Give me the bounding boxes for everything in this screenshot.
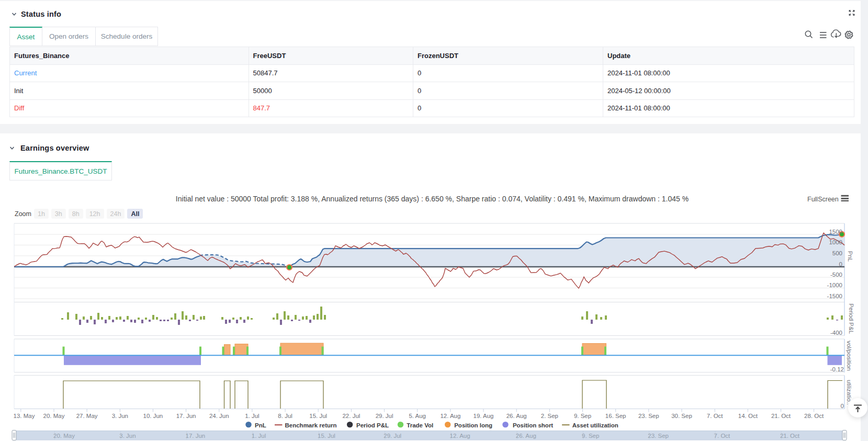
svg-text:-1500: -1500 [827, 293, 842, 299]
svg-text:PnL: PnL [255, 422, 266, 428]
svg-text:2. Sep: 2. Sep [541, 413, 558, 419]
svg-text:Period P&L: Period P&L [848, 303, 854, 334]
svg-text:20. May: 20. May [53, 433, 75, 439]
svg-text:3. Jun: 3. Jun [119, 433, 136, 439]
svg-text:29. Jul: 29. Jul [376, 413, 393, 419]
svg-text:PnL: PnL [847, 251, 853, 262]
svg-text:Trade Vol: Trade Vol [407, 422, 433, 428]
svg-text:14. Oct: 14. Oct [738, 413, 758, 419]
svg-text:0: 0 [839, 261, 842, 267]
svg-text:-1000: -1000 [827, 282, 842, 288]
svg-text:7. Oct: 7. Oct [707, 413, 723, 419]
svg-text:7. Oct: 7. Oct [714, 433, 730, 439]
svg-text:28. Oct: 28. Oct [804, 413, 824, 419]
svg-text:-0.12: -0.12 [830, 366, 844, 372]
svg-text:30. Sep: 30. Sep [671, 413, 692, 419]
svg-text:-400: -400 [830, 330, 842, 336]
svg-text:Benchmark return: Benchmark return [285, 422, 337, 428]
svg-text:26. Aug: 26. Aug [506, 413, 527, 419]
svg-text:1500: 1500 [829, 229, 842, 235]
svg-text:1000: 1000 [829, 239, 842, 245]
svg-text:12. Aug: 12. Aug [450, 433, 470, 439]
svg-text:23. Sep: 23. Sep [648, 433, 669, 439]
svg-text:1. Jul: 1. Jul [252, 433, 266, 439]
svg-text:21. Oct: 21. Oct [780, 433, 800, 439]
svg-text:16. Sep: 16. Sep [605, 413, 626, 419]
svg-text:15. Jul: 15. Jul [309, 413, 327, 419]
svg-text:Asset utilization: Asset utilization [572, 422, 618, 428]
svg-text:Period P&L: Period P&L [356, 422, 389, 428]
svg-text:10. Jun: 10. Jun [143, 413, 163, 419]
svg-text:-500: -500 [830, 272, 842, 278]
svg-text:9. Sep: 9. Sep [574, 413, 591, 419]
svg-text:vol/position: vol/position [846, 341, 852, 371]
svg-text:0: 0 [841, 403, 844, 409]
svg-text:17. Jun: 17. Jun [176, 413, 196, 419]
svg-text:19. Aug: 19. Aug [473, 413, 493, 419]
svg-text:1. Jul: 1. Jul [245, 413, 260, 419]
svg-text:12. Aug: 12. Aug [440, 413, 460, 419]
svg-text:22. Jul: 22. Jul [342, 413, 360, 419]
svg-text:13. May: 13. May [14, 413, 35, 419]
svg-text:5. Aug: 5. Aug [409, 413, 426, 419]
svg-text:17. Jun: 17. Jun [186, 433, 206, 439]
svg-text:3. Jun: 3. Jun [112, 413, 128, 419]
svg-text:9. Sep: 9. Sep [582, 433, 599, 439]
svg-text:24. Jun: 24. Jun [209, 413, 229, 419]
svg-text:Position short: Position short [513, 422, 553, 428]
svg-text:Position long: Position long [454, 422, 492, 428]
svg-text:29. Jul: 29. Jul [384, 433, 401, 439]
svg-text:20. May: 20. May [43, 413, 65, 419]
svg-text:500: 500 [832, 250, 842, 256]
svg-text:26. Aug: 26. Aug [516, 433, 536, 439]
svg-text:23. Sep: 23. Sep [638, 413, 659, 419]
svg-text:27. May: 27. May [76, 413, 98, 419]
svg-text:8. Jul: 8. Jul [278, 413, 292, 419]
svg-text:21. Oct: 21. Oct [771, 413, 791, 419]
svg-text:15. Jul: 15. Jul [318, 433, 335, 439]
